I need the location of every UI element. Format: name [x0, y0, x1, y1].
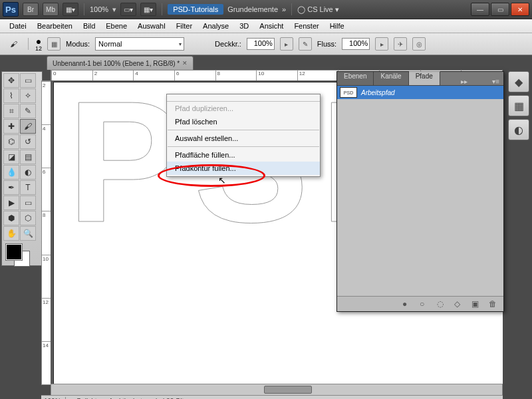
maximize-button[interactable]: ▭ — [491, 3, 509, 16]
panel-footer: ● ○ ◌ ◇ ▣ 🗑 — [337, 296, 503, 311]
options-bar: 🖌 ● 12 ▦ Modus: Normal Deckkr.: 100% ▸ ✎… — [0, 33, 532, 55]
minimize-button[interactable]: — — [471, 3, 489, 16]
dodge-tool[interactable]: ◐ — [20, 165, 36, 180]
type-tool[interactable]: T — [20, 180, 36, 195]
tablet-opacity-button[interactable]: ✎ — [299, 37, 312, 51]
menu-analyse[interactable]: Analyse — [198, 21, 234, 31]
cslive-button[interactable]: ◯ CS Live ▾ — [297, 5, 339, 14]
3d-tool[interactable]: ⬢ — [3, 211, 19, 225]
close-button[interactable]: ✕ — [511, 3, 529, 16]
status-bar: 100% ▸ Belichtung funktioniert nur bei 3… — [41, 395, 503, 399]
document-tab-title: Unbenannt-1 bei 100% (Ebene 1, RGB/8) * — [53, 60, 180, 67]
path-name: Arbeitspfad — [361, 89, 395, 96]
stroke-path-icon[interactable]: ○ — [420, 299, 429, 309]
panel-expand-icon[interactable]: ▸▸ — [457, 78, 471, 85]
workspace-button[interactable]: PSD-Tutorials — [168, 4, 223, 15]
ctx-separator — [168, 130, 319, 130]
tablet-size-button[interactable]: ◎ — [412, 37, 426, 51]
menu-bild[interactable]: Bild — [78, 21, 100, 31]
path-letter-P: P — [67, 80, 182, 261]
swatches-panel-icon[interactable]: ▦ — [508, 95, 529, 116]
opacity-arrow-icon[interactable]: ▸ — [280, 37, 293, 51]
shape-tool[interactable]: ▭ — [20, 196, 36, 210]
ctx-separator — [168, 146, 319, 147]
menu-bearbeiten[interactable]: Bearbeiten — [32, 21, 78, 31]
new-path-icon[interactable]: ▣ — [471, 299, 481, 309]
flow-label: Fluss: — [317, 40, 336, 48]
panel-tabs: Ebenen Kanäle Pfade ▸▸ ▾≡ — [337, 72, 503, 86]
menu-filter[interactable]: Filter — [171, 21, 198, 31]
scrollbar-thumb[interactable] — [264, 386, 312, 394]
path-to-selection-icon[interactable]: ◌ — [437, 299, 446, 309]
crop-tool[interactable]: ⌗ — [3, 104, 19, 118]
document-tab[interactable]: Unbenannt-1 bei 100% (Ebene 1, RGB/8) * … — [47, 56, 194, 70]
gradient-tool[interactable]: ▤ — [20, 150, 36, 164]
color-swatches[interactable] — [3, 243, 38, 264]
hand-tool[interactable]: ✋ — [3, 226, 19, 241]
menu-datei[interactable]: Datei — [4, 21, 32, 31]
zoom-level[interactable]: 100% — [90, 5, 108, 13]
lasso-tool[interactable]: ⌇ — [3, 88, 19, 103]
color-panel-icon[interactable]: ◆ — [508, 71, 529, 92]
panel-body[interactable] — [337, 99, 503, 296]
blur-tool[interactable]: 💧 — [3, 165, 19, 180]
workspace-area: Unbenannt-1 bei 100% (Ebene 1, RGB/8) * … — [0, 55, 532, 399]
collapsed-panel-dock: ◆ ▦ ◐ — [508, 71, 531, 140]
screen-mode-button[interactable]: ▭▾ — [120, 3, 136, 16]
document-tabs: Unbenannt-1 bei 100% (Ebene 1, RGB/8) * … — [41, 55, 194, 70]
fill-path-icon[interactable]: ● — [402, 299, 412, 309]
ctx-make-selection[interactable]: Auswahl erstellen... — [167, 132, 320, 145]
tab-pfade[interactable]: Pfade — [409, 71, 440, 85]
fg-color-swatch[interactable] — [6, 244, 22, 260]
stamp-tool[interactable]: ⌬ — [3, 134, 19, 149]
flow-arrow-icon[interactable]: ▸ — [375, 37, 388, 51]
menubar: Datei Bearbeiten Bild Ebene Auswahl Filt… — [0, 19, 532, 33]
viewmode-button[interactable]: ▦▾ — [63, 3, 78, 16]
menu-auswahl[interactable]: Auswahl — [132, 21, 171, 31]
tab-ebenen[interactable]: Ebenen — [337, 72, 374, 85]
brush-preset-picker[interactable]: ● 12 — [35, 37, 42, 52]
3dcam-tool[interactable]: ⬡ — [20, 211, 36, 225]
move-tool[interactable]: ✥ — [3, 73, 19, 88]
ctx-delete-path[interactable]: Pfad löschen — [167, 115, 320, 128]
flow-input[interactable]: 100% — [342, 38, 370, 50]
workspace-secondary[interactable]: Grundelemente — [227, 5, 278, 13]
ctx-duplicate-path: Pfad duplizieren... — [167, 102, 320, 115]
workspace-more[interactable]: » — [282, 5, 286, 13]
arrange-button[interactable]: ▦▾ — [140, 3, 156, 16]
marquee-tool[interactable]: ▭ — [20, 73, 36, 88]
ctx-stroke-path[interactable]: Pfadkontur füllen... — [167, 162, 320, 175]
adjustments-panel-icon[interactable]: ◐ — [508, 119, 529, 140]
heal-tool[interactable]: ✚ — [3, 119, 19, 134]
menu-ansicht[interactable]: Ansicht — [254, 21, 289, 31]
menu-ebene[interactable]: Ebene — [100, 21, 132, 31]
delete-path-icon[interactable]: 🗑 — [489, 299, 498, 309]
menu-fenster[interactable]: Fenster — [289, 21, 324, 31]
minibridge-button[interactable]: Mb — [43, 3, 59, 16]
ctx-new-path: Neuer Pfad... — [167, 94, 320, 102]
bridge-button[interactable]: Br — [23, 3, 39, 16]
pen-tool[interactable]: ✒ — [3, 180, 19, 195]
tab-kanale[interactable]: Kanäle — [374, 72, 408, 85]
eraser-tool[interactable]: ◪ — [3, 150, 19, 164]
brush-tool[interactable]: 🖌 — [20, 119, 36, 134]
airbrush-button[interactable]: ✈ — [394, 37, 407, 51]
mode-label: Modus: — [66, 40, 90, 48]
menu-3d[interactable]: 3D — [234, 21, 254, 31]
mode-select[interactable]: Normal — [95, 37, 184, 51]
path-select-tool[interactable]: ▶ — [3, 196, 19, 210]
brush-panel-button[interactable]: ▦ — [47, 37, 61, 51]
selection-to-path-icon[interactable]: ◇ — [454, 299, 464, 309]
panel-menu-icon[interactable]: ▾≡ — [488, 78, 503, 85]
opacity-label: Deckkr.: — [215, 40, 241, 48]
zoom-tool[interactable]: 🔍 — [20, 226, 36, 241]
menu-hilfe[interactable]: Hilfe — [325, 21, 350, 31]
opacity-input[interactable]: 100% — [247, 38, 275, 50]
ctx-fill-path[interactable]: Pfadfläche füllen... — [167, 148, 320, 162]
eyedropper-tool[interactable]: ✎ — [20, 104, 36, 118]
close-tab-icon[interactable]: ✕ — [182, 60, 188, 66]
horizontal-scrollbar[interactable] — [51, 384, 503, 396]
wand-tool[interactable]: ✧ — [20, 88, 36, 103]
path-item-arbeitspfad[interactable]: PSD Arbeitspfad — [337, 86, 503, 99]
history-brush-tool[interactable]: ↺ — [20, 134, 36, 149]
